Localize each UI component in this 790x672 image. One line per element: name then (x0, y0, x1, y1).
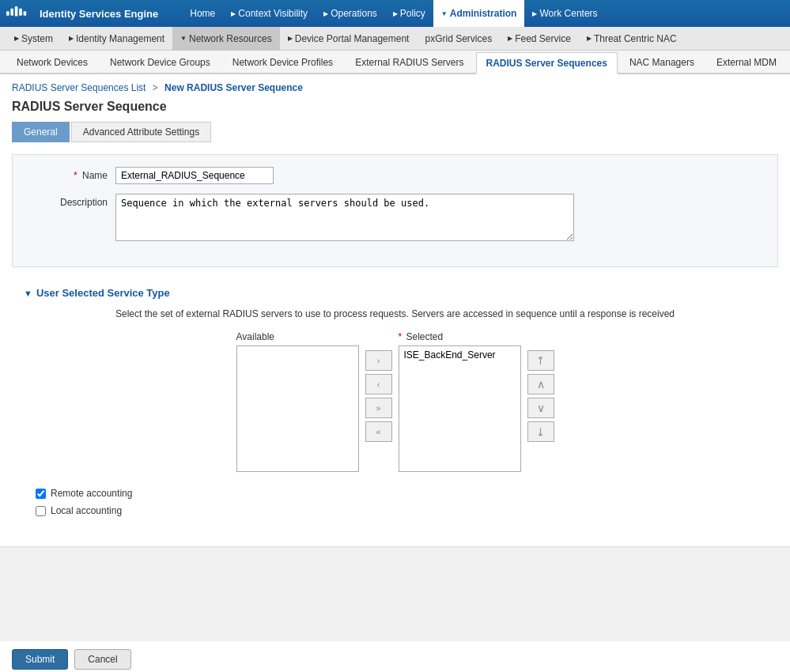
move-to-top-button[interactable]: ⤒ (527, 350, 554, 371)
nav-administration[interactable]: ▼ Administration (433, 0, 525, 27)
available-label: Available (236, 331, 274, 342)
nav-arrow: ▶ (69, 35, 74, 42)
collapse-icon: ▼ (24, 289, 32, 298)
move-down-button[interactable]: ∨ (527, 398, 554, 418)
transfer-buttons: › ‹ » « (365, 350, 392, 442)
description-label: Description (28, 194, 115, 208)
form-tab-panel: General Advanced Attribute Settings (12, 122, 778, 142)
cancel-button[interactable]: Cancel (74, 649, 130, 670)
second-nav-bar: ▶ System ▶ Identity Management ▼ Network… (0, 27, 790, 51)
tab-general[interactable]: General (12, 122, 70, 142)
app-title: Identity Services Engine (40, 8, 158, 20)
breadcrumb-current: New RADIUS Server Sequence (164, 82, 303, 93)
move-to-bottom-button[interactable]: ⤓ (527, 421, 554, 442)
tab-radius-server-sequences[interactable]: RADIUS Server Sequences (476, 52, 618, 74)
move-up-button[interactable]: ∧ (527, 374, 554, 395)
second-nav-device-portal[interactable]: ▶ Device Portal Management (280, 27, 418, 51)
order-buttons: ⤒ ∧ ∨ ⤓ (527, 350, 554, 442)
selected-column: * Selected ISE_BackEnd_Server (399, 331, 521, 472)
nav-home[interactable]: Home (182, 0, 223, 27)
description-row: Description Sequence in which the extern… (28, 194, 762, 241)
top-nav-bar: Identity Services Engine Home ▶ Context … (0, 0, 790, 27)
transfer-widget: Available › ‹ » « * Selected ISE_BackEnd… (24, 331, 766, 472)
nav-arrow: ▶ (587, 35, 592, 42)
collapsible-header[interactable]: ▼ User Selected Service Type (24, 287, 766, 299)
available-list[interactable] (236, 345, 359, 472)
nav-arrow: ▶ (323, 10, 328, 17)
tab-advanced-attribute-settings[interactable]: Advanced Attribute Settings (71, 122, 211, 142)
tab-network-devices[interactable]: Network Devices (6, 51, 98, 73)
tab-external-radius-servers[interactable]: External RADIUS Servers (345, 51, 474, 73)
nav-work-centers[interactable]: ▶ Work Centers (524, 0, 605, 27)
second-nav-system[interactable]: ▶ System (6, 27, 61, 51)
svg-rect-0 (6, 11, 9, 15)
tab-network-device-groups[interactable]: Network Device Groups (100, 51, 221, 73)
bottom-buttons: Submit Cancel (0, 641, 790, 672)
nav-arrow: ▼ (441, 10, 448, 17)
available-column: Available (236, 331, 359, 472)
second-nav-pxgrid[interactable]: pxGrid Services (417, 27, 500, 51)
page-title: RADIUS Server Sequence (12, 100, 778, 114)
local-accounting-label: Local accounting (51, 505, 122, 516)
svg-rect-4 (24, 11, 27, 15)
nav-policy[interactable]: ▶ Policy (385, 0, 433, 27)
form-section: * Name Description Sequence in which the… (12, 154, 778, 267)
move-all-left-button[interactable]: « (365, 421, 392, 442)
tab-nac-managers[interactable]: NAC Managers (619, 51, 705, 73)
name-required: * (74, 170, 77, 181)
tab-network-device-profiles[interactable]: Network Device Profiles (222, 51, 343, 73)
nav-arrow: ▶ (532, 10, 537, 17)
move-all-right-button[interactable]: » (365, 398, 392, 418)
remote-accounting-label: Remote accounting (51, 488, 132, 499)
name-label: * Name (28, 167, 115, 181)
breadcrumb: RADIUS Server Sequences List > New RADIU… (12, 82, 778, 93)
nav-arrow: ▶ (231, 10, 236, 17)
nav-arrow: ▶ (288, 35, 293, 42)
breadcrumb-separator: > (153, 82, 158, 93)
nav-context-visibility[interactable]: ▶ Context Visibility (223, 0, 316, 27)
user-service-type-section: ▼ User Selected Service Type Select the … (12, 279, 778, 538)
remote-accounting-row: Remote accounting (24, 488, 766, 499)
section-description: Select the set of external RADIUS server… (24, 308, 766, 319)
move-left-button[interactable]: ‹ (365, 374, 392, 395)
move-right-button[interactable]: › (365, 350, 392, 371)
second-nav-feed-service[interactable]: ▶ Feed Service (500, 27, 579, 51)
local-accounting-row: Local accounting (24, 505, 766, 516)
third-nav-bar: Network Devices Network Device Groups Ne… (0, 51, 790, 74)
selected-label: * Selected (399, 331, 444, 342)
second-nav-threat-centric[interactable]: ▶ Threat Centric NAC (579, 27, 685, 51)
second-nav-identity[interactable]: ▶ Identity Management (61, 27, 172, 51)
list-item[interactable]: ISE_BackEnd_Server (399, 346, 520, 364)
cisco-logo: Identity Services Engine (6, 6, 174, 21)
remote-accounting-checkbox[interactable] (36, 489, 46, 499)
svg-rect-2 (15, 6, 18, 17)
footer-area (0, 546, 790, 641)
nav-arrow: ▶ (14, 35, 19, 42)
nav-arrow: ▶ (393, 10, 398, 17)
selected-list[interactable]: ISE_BackEnd_Server (399, 345, 521, 472)
nav-arrow: ▼ (180, 35, 187, 42)
name-input[interactable] (115, 167, 274, 184)
nav-operations[interactable]: ▶ Operations (316, 0, 385, 27)
tab-external-mdm[interactable]: External MDM (706, 51, 787, 73)
svg-rect-3 (19, 9, 22, 16)
breadcrumb-parent-link[interactable]: RADIUS Server Sequences List (12, 82, 146, 93)
submit-button[interactable]: Submit (12, 649, 68, 670)
svg-rect-1 (10, 9, 13, 16)
main-content: RADIUS Server Sequences List > New RADIU… (0, 74, 790, 546)
nav-arrow: ▶ (508, 35, 512, 42)
name-row: * Name (28, 167, 762, 184)
second-nav-network-resources[interactable]: ▼ Network Resources (172, 27, 280, 51)
local-accounting-checkbox[interactable] (36, 506, 46, 516)
top-nav-items: Home ▶ Context Visibility ▶ Operations ▶… (182, 0, 784, 27)
description-textarea[interactable]: Sequence in which the external servers s… (115, 194, 574, 241)
